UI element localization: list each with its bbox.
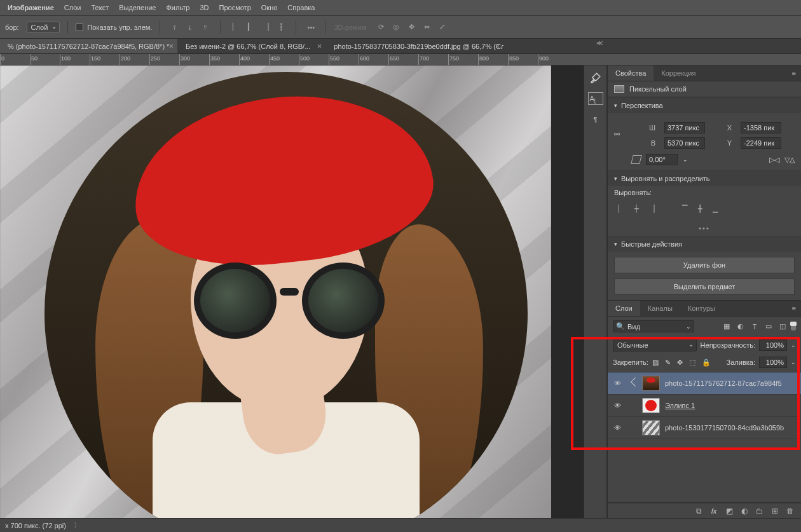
lock-all-icon[interactable]: 🔒 (702, 358, 711, 367)
distribute-icon[interactable]: ┇ (274, 20, 288, 34)
lock-transparency-icon[interactable]: ▨ (652, 358, 659, 367)
align-right-icon[interactable]: ▕ (259, 20, 273, 34)
menu-filter[interactable]: Фильтр (161, 1, 195, 14)
align-bottom-icon[interactable]: ⫯ (198, 20, 212, 34)
filter-type-icon[interactable]: T (749, 322, 760, 332)
collapse-arrow-icon[interactable]: ≪ (596, 39, 605, 48)
lock-position-icon[interactable]: ✥ (677, 358, 683, 367)
panel-menu-icon[interactable]: ≡ (787, 65, 801, 81)
align-hcenters-icon[interactable]: ┿ (629, 201, 643, 215)
align-left-edges-icon[interactable]: ▏ (614, 201, 628, 215)
delete-layer-icon[interactable]: 🗑 (784, 507, 796, 515)
remove-background-button[interactable]: Удалить фон (614, 257, 795, 273)
new-group-icon[interactable]: 🗀 (754, 507, 765, 515)
tab-paths[interactable]: Контуры (680, 301, 723, 316)
close-icon[interactable]: × (495, 41, 500, 51)
link-layers-icon[interactable]: ⧉ (693, 507, 704, 515)
visibility-eye-icon[interactable]: 👁 (613, 424, 622, 432)
menu-view[interactable]: Просмотр (214, 1, 256, 14)
height-input[interactable] (664, 137, 705, 149)
layer-fx-icon[interactable]: fx (708, 507, 720, 515)
menu-image[interactable]: Изображение (3, 1, 59, 14)
close-icon[interactable]: × (317, 41, 322, 51)
adjustment-layer-icon[interactable]: ◐ (739, 507, 750, 515)
filter-shape-icon[interactable]: ▭ (763, 322, 774, 332)
close-icon[interactable]: × (168, 41, 174, 51)
doc-tab[interactable]: photo-1575837705830-3fb219be0ddf.jpg @ 6… (326, 39, 504, 53)
transform-head[interactable]: ▾Перспектива (608, 98, 801, 113)
tab-channels[interactable]: Каналы (640, 301, 680, 316)
lock-pixels-icon[interactable]: ✎ (665, 358, 671, 367)
tab-layers[interactable]: Слои (608, 301, 640, 316)
paragraph-panel-icon[interactable]: ¶ (589, 113, 603, 126)
align-bottom-edges-icon[interactable]: ▁ (708, 201, 722, 215)
angle-input[interactable] (646, 154, 678, 165)
filter-adjust-icon[interactable]: ◐ (735, 322, 746, 332)
layer-row[interactable]: 👁photo-1530177150700-84cd9a3b059b (608, 417, 801, 439)
align-top-icon[interactable]: ⫯ (168, 20, 182, 34)
align-hcenter-icon[interactable]: ▎ (243, 20, 257, 34)
link-wh-icon[interactable]: ⚯ (614, 130, 620, 139)
3d-scale-icon[interactable]: ⤢ (435, 20, 449, 34)
blend-mode-dropdown[interactable]: Обычные (613, 339, 697, 351)
filter-toggle[interactable] (791, 322, 796, 331)
quick-head[interactable]: ▾Быстрые действия (608, 236, 801, 252)
doc-tab[interactable]: Без имени-2 @ 66,7% (Слой 8, RGB/...× (178, 39, 326, 53)
align-left-icon[interactable]: ▏ (228, 20, 242, 34)
align-vcenter-icon[interactable]: ⫰ (183, 20, 197, 34)
filter-pixel-icon[interactable]: ▦ (721, 322, 732, 332)
lock-artboard-icon[interactable]: ⬚ (689, 358, 695, 367)
menu-select[interactable]: Выделение (114, 1, 161, 14)
3d-roll-icon[interactable]: ◎ (389, 20, 403, 34)
canvas[interactable] (0, 65, 551, 518)
new-layer-icon[interactable]: ⊞ (769, 507, 781, 515)
3d-slide-icon[interactable]: ⇔ (420, 20, 434, 34)
flip-horizontal-icon[interactable]: ▷◁ (769, 156, 779, 164)
align-head[interactable]: ▾Выровнять и распределить (608, 171, 801, 186)
layer-thumbnail[interactable] (642, 420, 660, 435)
visibility-eye-icon[interactable]: 👁 (613, 379, 622, 387)
menu-layers[interactable]: Слои (59, 1, 86, 14)
align-vcenters-icon[interactable]: ╋ (693, 201, 707, 215)
layer-name-label[interactable]: photo-1571175762712-87cac7a984f5 (665, 379, 782, 387)
status-flyout-icon[interactable]: 〉 (74, 521, 81, 530)
visibility-eye-icon[interactable]: 👁 (613, 402, 622, 409)
panel-menu-icon[interactable]: ≡ (787, 301, 801, 316)
show-controls-checkbox[interactable]: Показать упр. элем. (76, 24, 152, 31)
select-subject-button[interactable]: Выделить предмет (614, 278, 795, 295)
align-right-edges-icon[interactable]: ▕ (645, 201, 659, 215)
more-align-icon[interactable]: ••• (304, 20, 318, 34)
horizontal-ruler[interactable]: 0501001502002503003504004505005506006507… (0, 54, 801, 65)
chevron-down-icon[interactable]: ⌄ (791, 342, 796, 348)
brush-panel-icon[interactable] (589, 71, 603, 85)
tab-adjustments[interactable]: Коррекция (654, 65, 703, 81)
flip-vertical-icon[interactable]: ▽△ (784, 156, 795, 164)
chevron-down-icon[interactable]: ⌄ (791, 359, 796, 365)
layer-mask-icon[interactable]: ◩ (723, 507, 735, 515)
tab-properties[interactable]: Свойства (608, 65, 654, 81)
align-top-edges-icon[interactable]: ▔ (678, 201, 692, 215)
canvas-area[interactable] (0, 65, 584, 518)
width-input[interactable] (664, 122, 705, 133)
layer-name-label[interactable]: photo-1530177150700-84cd9a3b059b (665, 424, 784, 432)
3d-pan-icon[interactable]: ✥ (404, 20, 418, 34)
autoselect-dropdown[interactable]: Слой (27, 22, 60, 33)
menu-text[interactable]: Текст (86, 1, 114, 14)
x-input[interactable] (741, 122, 781, 133)
layer-row[interactable]: 👁Эллипс 1 (608, 395, 801, 417)
layer-row[interactable]: 👁photo-1571175762712-87cac7a984f5 (608, 372, 801, 395)
layer-filter-dropdown[interactable]: 🔍 Вид ⌄ (613, 320, 694, 332)
layer-thumbnail[interactable] (642, 376, 660, 391)
angle-dd-icon[interactable]: ⌄ (683, 156, 688, 163)
menu-3d[interactable]: 3D (195, 1, 214, 14)
filter-smart-icon[interactable]: ◫ (777, 322, 788, 332)
opacity-input[interactable]: 100% (759, 339, 787, 351)
layer-thumbnail[interactable] (642, 398, 660, 413)
fill-input[interactable]: 100% (759, 357, 787, 368)
3d-orbit-icon[interactable]: ⟳ (374, 20, 388, 34)
layer-name-label[interactable]: Эллипс 1 (665, 402, 695, 409)
y-input[interactable] (741, 137, 781, 149)
doc-tab-active[interactable]: % (photo-1571175762712-87cac7a984f5, RGB… (0, 39, 178, 53)
more-options-icon[interactable]: ••• (608, 221, 801, 236)
menu-help[interactable]: Справка (282, 1, 320, 14)
